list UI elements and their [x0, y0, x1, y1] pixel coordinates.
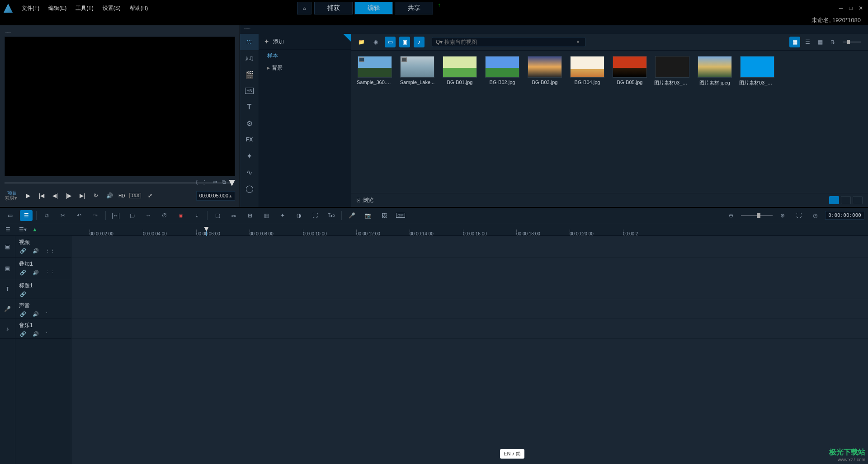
zoom-slider[interactable]	[741, 215, 773, 216]
motion-tab[interactable]: ✦	[240, 148, 259, 164]
clear-search-button[interactable]: ×	[575, 39, 581, 45]
media-tab[interactable]: 🗂	[240, 34, 259, 50]
thumb-sample-360[interactable]: Sample_360.m...	[357, 56, 393, 86]
home-button[interactable]: ⌂	[297, 2, 311, 14]
volume-button[interactable]: 🔊	[105, 191, 114, 200]
storyboard-view-button[interactable]: ▭	[4, 210, 16, 221]
tree-item-background[interactable]: ▸背景	[259, 62, 351, 74]
track-header-2[interactable]: 标题1🔗	[15, 279, 71, 299]
tool-4[interactable]: ▢	[126, 210, 138, 221]
tool-18[interactable]: 📷	[362, 210, 374, 221]
expand-icon[interactable]: ˅	[45, 311, 48, 317]
link-icon[interactable]: 🔗	[20, 331, 26, 337]
link-icon[interactable]: 🔗	[20, 248, 26, 254]
track-menu-icon[interactable]: ☰▾	[19, 226, 27, 233]
tool-10[interactable]: ⫘	[227, 210, 240, 221]
tool-13[interactable]: ✦	[276, 210, 289, 221]
link-icon[interactable]: 🔗	[20, 291, 26, 297]
scissors-icon[interactable]: ✂	[213, 179, 217, 187]
track-lane-4[interactable]	[71, 319, 868, 339]
thumb-pic-03-copy2[interactable]: 图片素材03_副...	[739, 56, 775, 86]
hd-label[interactable]: HD	[118, 193, 125, 198]
filter-video-button[interactable]: ▭	[385, 37, 396, 47]
video-preview[interactable]	[5, 37, 235, 176]
search-input[interactable]	[444, 39, 575, 45]
browse-button[interactable]: ⎘ 浏览	[357, 197, 373, 204]
sound-icon[interactable]: 🔊	[33, 331, 39, 337]
redo-button[interactable]: ↷	[89, 210, 102, 221]
mark-in-icon[interactable]: 〔	[193, 179, 198, 187]
view-small-button[interactable]: ▦	[815, 37, 826, 47]
expand-button[interactable]: ⤢	[146, 191, 155, 200]
fit-button[interactable]: ⛶	[793, 210, 805, 221]
tab-share[interactable]: 共享	[395, 2, 433, 14]
split-icon[interactable]: ⧉	[222, 179, 226, 187]
filter-image-button[interactable]: ▣	[399, 37, 410, 47]
panel-grip-icon[interactable]: ∙∙∙∙∙∙∙∙	[240, 25, 868, 32]
track-header-4[interactable]: 音乐1🔗🔊˅	[15, 319, 71, 339]
tool-2[interactable]: ✂	[57, 210, 69, 221]
mark-out-icon[interactable]: 〕	[203, 179, 208, 187]
aspect-ratio[interactable]: 16:9	[129, 193, 141, 198]
transition-tab[interactable]: 🎬	[240, 66, 259, 83]
track-type-video[interactable]: ▣	[0, 258, 15, 279]
track-lane-2[interactable]	[71, 279, 868, 299]
close-button[interactable]: ✕	[857, 5, 864, 11]
thumb-bg-b01[interactable]: BG-B01.jpg	[442, 56, 478, 86]
pin-corner-icon[interactable]	[343, 34, 351, 42]
timeline-view-button[interactable]: ☰	[20, 210, 33, 221]
thumb-pic-material[interactable]: 图片素材.jpeg	[697, 56, 733, 86]
loop-button[interactable]: ↻	[91, 191, 100, 200]
tool-16[interactable]: T₃ᴅ	[325, 210, 338, 221]
menu-edit[interactable]: 编辑(E)	[44, 3, 71, 14]
prev-frame-button[interactable]: ◀|	[51, 191, 60, 200]
thumb-pic-03-copy[interactable]: 图片素材03_副...	[654, 56, 690, 86]
undo-button[interactable]: ↶	[73, 210, 85, 221]
zoom-out-button[interactable]: ⊖	[725, 210, 737, 221]
record-button[interactable]: ◉	[370, 37, 381, 47]
tool-3[interactable]: |↔|	[109, 210, 122, 221]
view-large-button[interactable]: ▦	[789, 37, 800, 47]
tool-20[interactable]: GIF	[394, 210, 407, 221]
search-box[interactable]: Q▾ ×	[432, 37, 585, 47]
link-icon[interactable]: 🔗	[20, 311, 26, 317]
tool-14[interactable]: ◑	[292, 210, 305, 221]
thumb-bg-b03[interactable]: BG-B03.jpg	[527, 56, 563, 86]
track-lanes[interactable]	[71, 236, 868, 464]
track-settings-icon[interactable]: ☰	[5, 226, 10, 233]
panel-grip-icon[interactable]: ∙∙∙∙∙∙∙∙	[5, 30, 235, 35]
minimize-button[interactable]: ─	[837, 5, 844, 11]
timecode-stepper-icon[interactable]: ▴	[229, 193, 232, 198]
sound-icon[interactable]: 🔊	[33, 248, 39, 254]
track-type-video[interactable]: ▣	[0, 236, 15, 258]
sound-icon[interactable]: 🔊	[33, 270, 39, 276]
preview-scrubber[interactable]: 〔 〕 ✂ ⧉	[5, 178, 235, 189]
track-lane-0[interactable]	[71, 236, 868, 258]
goto-end-button[interactable]: ▶|	[78, 191, 87, 200]
footer-btn-3[interactable]	[853, 196, 863, 204]
thumb-bg-b02[interactable]: BG-B02.jpg	[484, 56, 520, 86]
next-frame-button[interactable]: |▶	[64, 191, 73, 200]
tool-12[interactable]: ▦	[260, 210, 273, 221]
track-type-audio[interactable]: 🎤	[0, 299, 15, 319]
maximize-button[interactable]: □	[847, 5, 854, 11]
add-folder-button[interactable]: + 添加	[259, 34, 351, 50]
thumb-size-slider[interactable]	[843, 42, 861, 42]
sound-icon[interactable]: 🔊	[33, 311, 39, 317]
goto-start-button[interactable]: |◀	[37, 191, 46, 200]
tool-9[interactable]: ▢	[211, 210, 224, 221]
tool-7[interactable]: ◉	[175, 210, 187, 221]
zoom-in-button[interactable]: ⊕	[776, 210, 789, 221]
thumb-bg-b04[interactable]: BG-B04.jpg	[569, 56, 605, 86]
title-tab[interactable]: T	[240, 99, 259, 115]
tool-8[interactable]: ⫰	[191, 210, 203, 221]
gear-tab[interactable]: ⚙	[240, 115, 259, 131]
tool-15[interactable]: ⛶	[309, 210, 321, 221]
tracking-tab[interactable]: ◯	[240, 180, 259, 197]
tool-1[interactable]: ⧉	[40, 210, 53, 221]
tree-item-sample[interactable]: 样本	[259, 50, 351, 62]
tool-17[interactable]: 🎤	[345, 210, 358, 221]
upload-icon[interactable]: ↑	[438, 2, 440, 14]
sort-button[interactable]: ⇅	[827, 37, 838, 47]
track-header-0[interactable]: 视频🔗🔊⋮⋮	[15, 236, 71, 258]
